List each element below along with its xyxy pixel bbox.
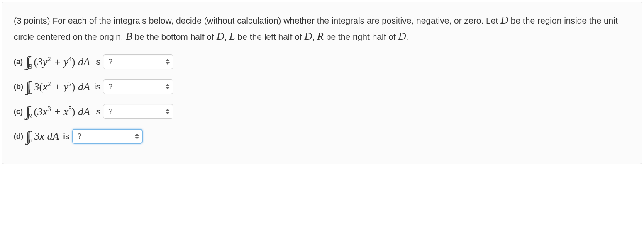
part-label: (d) bbox=[14, 132, 23, 141]
var-D: D bbox=[398, 30, 406, 42]
double-integral-icon: ∫∫ bbox=[26, 80, 29, 94]
intro-text: be the left half of bbox=[235, 32, 305, 41]
var-D: D bbox=[305, 30, 312, 42]
stepper-icon[interactable] bbox=[133, 130, 141, 142]
chevron-up-icon bbox=[166, 109, 170, 111]
integral-expression: ∫∫ B 3x dA bbox=[26, 129, 59, 143]
integral-expression: ∫∫ R (3x3 + x5) dA bbox=[25, 104, 90, 118]
part-a: (a) ∫∫ B (3y2 + y4) dA is ? bbox=[14, 54, 630, 69]
chevron-down-icon bbox=[166, 112, 170, 114]
intro-text: , bbox=[224, 32, 229, 41]
is-label: is bbox=[94, 57, 100, 67]
var-R: R bbox=[317, 30, 324, 42]
region-subscript: B bbox=[28, 63, 32, 70]
region-subscript: L bbox=[29, 88, 32, 95]
chevron-up-icon bbox=[166, 84, 170, 86]
question-intro: (3 points) For each of the integrals bel… bbox=[14, 12, 630, 44]
question-panel: (3 points) For each of the integrals bel… bbox=[2, 2, 642, 164]
intro-text: be the right half of bbox=[324, 32, 398, 41]
part-label: (b) bbox=[14, 82, 23, 91]
chevron-down-icon bbox=[166, 87, 170, 89]
select-value[interactable]: ? bbox=[103, 104, 173, 119]
answer-select-b[interactable]: ? bbox=[103, 79, 173, 94]
part-label: (c) bbox=[14, 107, 23, 116]
part-label: (a) bbox=[14, 58, 23, 66]
var-D: D bbox=[217, 30, 224, 42]
chevron-up-icon bbox=[135, 133, 139, 136]
integral-expression: ∫∫ B (3y2 + y4) dA bbox=[25, 55, 90, 69]
chevron-down-icon bbox=[166, 62, 170, 65]
intro-text: be the bottom half of bbox=[132, 32, 217, 41]
var-L: L bbox=[229, 30, 235, 42]
integral-expression: ∫∫ L 3(x2 + y2) dA bbox=[26, 80, 90, 94]
select-value[interactable]: ? bbox=[103, 54, 173, 69]
answer-select-c[interactable]: ? bbox=[103, 104, 173, 119]
answer-select-d[interactable]: ? bbox=[72, 129, 143, 144]
part-b: (b) ∫∫ L 3(x2 + y2) dA is ? bbox=[14, 79, 630, 94]
stepper-icon[interactable] bbox=[163, 56, 172, 68]
chevron-down-icon bbox=[135, 137, 139, 139]
var-D: D bbox=[500, 14, 508, 26]
double-integral-icon: ∫∫ bbox=[25, 55, 28, 69]
intro-text: . bbox=[406, 32, 408, 41]
select-value[interactable]: ? bbox=[103, 79, 173, 94]
answer-select-a[interactable]: ? bbox=[103, 54, 173, 69]
double-integral-icon: ∫∫ bbox=[25, 104, 28, 118]
intro-text: For each of the integrals below, decide … bbox=[50, 16, 501, 25]
is-label: is bbox=[63, 131, 69, 141]
chevron-up-icon bbox=[166, 59, 170, 61]
double-integral-icon: ∫∫ bbox=[26, 129, 29, 143]
region-subscript: B bbox=[29, 138, 33, 145]
part-d: (d) ∫∫ B 3x dA is ? bbox=[14, 129, 630, 144]
is-label: is bbox=[94, 82, 100, 92]
part-c: (c) ∫∫ R (3x3 + x5) dA is ? bbox=[14, 104, 630, 119]
region-subscript: R bbox=[28, 113, 32, 120]
var-B: B bbox=[126, 30, 132, 42]
select-value[interactable]: ? bbox=[72, 129, 143, 144]
intro-text: , bbox=[312, 32, 317, 41]
stepper-icon[interactable] bbox=[163, 106, 172, 117]
points-label: (3 points) bbox=[14, 16, 50, 25]
stepper-icon[interactable] bbox=[163, 81, 172, 92]
is-label: is bbox=[94, 106, 100, 116]
